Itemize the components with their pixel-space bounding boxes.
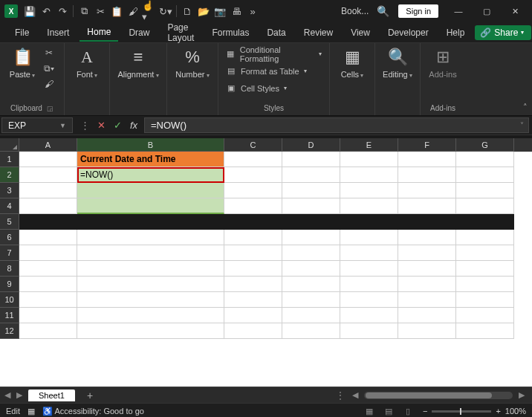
cell-g3[interactable] bbox=[456, 183, 514, 198]
tab-review[interactable]: Review bbox=[296, 25, 340, 41]
cell-styles-button[interactable]: ▣Cell Styles ▾ bbox=[226, 80, 322, 96]
row-header-4[interactable]: 4 bbox=[0, 198, 19, 214]
zoom-slider[interactable] bbox=[432, 410, 491, 413]
cell-a2[interactable] bbox=[19, 167, 77, 183]
alignment-button[interactable]: ≡ Alignment bbox=[117, 46, 159, 79]
expand-formula-bar-icon[interactable]: ˅ bbox=[520, 121, 524, 129]
cell-d2[interactable] bbox=[282, 167, 340, 183]
cell-c3[interactable] bbox=[224, 183, 282, 198]
cell-c2[interactable] bbox=[224, 167, 282, 183]
page-layout-view-button[interactable]: ▤ bbox=[381, 407, 396, 416]
camera-icon[interactable]: 📷 bbox=[213, 4, 227, 19]
repeat-icon[interactable]: ↻▾ bbox=[158, 4, 173, 19]
format-painter-small-icon[interactable]: 🖌 bbox=[42, 77, 56, 91]
sheet-tab-sheet1[interactable]: Sheet1 bbox=[28, 389, 75, 401]
collapse-ribbon-button[interactable]: ˄ bbox=[523, 103, 528, 112]
hscroll-right-button[interactable]: ▶ bbox=[516, 390, 528, 400]
col-header-g[interactable]: G bbox=[456, 138, 514, 152]
cells-button[interactable]: ▦ Cells bbox=[337, 46, 367, 79]
cell-f2[interactable] bbox=[398, 167, 456, 183]
save-icon[interactable]: 💾 bbox=[22, 4, 37, 19]
cancel-formula-button[interactable]: ✕ bbox=[94, 120, 108, 131]
cell-e3[interactable] bbox=[340, 183, 398, 198]
cell-g1[interactable] bbox=[456, 152, 514, 167]
tab-home[interactable]: Home bbox=[80, 24, 118, 42]
tab-developer[interactable]: Developer bbox=[380, 25, 436, 41]
maximize-button[interactable]: ▢ bbox=[473, 0, 501, 22]
tab-help[interactable]: Help bbox=[439, 25, 473, 41]
row-header-2[interactable]: 2 bbox=[0, 167, 19, 183]
col-header-b[interactable]: B bbox=[77, 138, 224, 152]
share-button[interactable]: 🔗 Share ▾ bbox=[475, 25, 531, 40]
row-header-8[interactable]: 8 bbox=[0, 261, 19, 277]
document-title[interactable]: Book... bbox=[341, 6, 369, 16]
cell-b2[interactable]: =NOW() bbox=[77, 167, 224, 183]
col-header-a[interactable]: A bbox=[19, 138, 77, 152]
cell-d1[interactable] bbox=[282, 152, 340, 167]
workbook-stats-icon[interactable]: ▦ bbox=[27, 407, 35, 416]
cell-b1[interactable]: Current Date and Time bbox=[77, 152, 224, 167]
close-button[interactable]: ✕ bbox=[501, 0, 529, 22]
tab-view[interactable]: View bbox=[343, 25, 377, 41]
row-header-11[interactable]: 11 bbox=[0, 308, 19, 323]
cell-g4[interactable] bbox=[456, 198, 514, 214]
cell-c4[interactable] bbox=[224, 198, 282, 214]
formula-input[interactable]: =NOW() ˅ bbox=[144, 117, 529, 133]
cell-b6[interactable] bbox=[77, 230, 224, 245]
row-header-7[interactable]: 7 bbox=[0, 245, 19, 261]
cut-icon[interactable]: ✂ bbox=[93, 4, 108, 19]
cell-a1[interactable] bbox=[19, 152, 77, 167]
tab-file[interactable]: File bbox=[7, 25, 36, 41]
format-as-table-button[interactable]: ▤Format as Table ▾ bbox=[226, 63, 322, 79]
name-box[interactable]: EXP ▼ bbox=[1, 117, 73, 133]
cell-a3[interactable] bbox=[19, 183, 77, 198]
cell-d3[interactable] bbox=[282, 183, 340, 198]
cell-e4[interactable] bbox=[340, 198, 398, 214]
new-file-icon[interactable]: 🗋 bbox=[180, 4, 195, 19]
conditional-formatting-button[interactable]: ▦Conditional Formatting ▾ bbox=[226, 46, 322, 62]
format-painter-icon[interactable]: 🖌 bbox=[126, 4, 140, 19]
row-header-6[interactable]: 6 bbox=[0, 230, 19, 245]
addins-button[interactable]: ⊞ Add-ins bbox=[428, 46, 458, 79]
cell-a4[interactable] bbox=[19, 198, 77, 214]
undo-icon[interactable]: ↶ bbox=[39, 4, 53, 19]
cell-f3[interactable] bbox=[398, 183, 456, 198]
cell-f1[interactable] bbox=[398, 152, 456, 167]
cell-b4[interactable] bbox=[77, 198, 224, 214]
cell-d4[interactable] bbox=[282, 198, 340, 214]
normal-view-button[interactable]: ▦ bbox=[362, 407, 377, 416]
row-header-5[interactable]: 5 bbox=[0, 214, 19, 230]
accept-formula-button[interactable]: ✓ bbox=[110, 120, 125, 131]
open-file-icon[interactable]: 📂 bbox=[196, 4, 211, 19]
cell-e2[interactable] bbox=[340, 167, 398, 183]
cut-small-icon[interactable]: ✂ bbox=[42, 46, 56, 59]
insert-function-button[interactable]: fx bbox=[126, 120, 141, 131]
col-header-c[interactable]: C bbox=[224, 138, 282, 152]
cell-g2[interactable] bbox=[456, 167, 514, 183]
accessibility-status[interactable]: ♿ Accessibility: Good to go bbox=[42, 407, 144, 416]
row-header-3[interactable]: 3 bbox=[0, 183, 19, 198]
page-break-view-button[interactable]: ▯ bbox=[400, 407, 415, 416]
font-button[interactable]: A Font bbox=[72, 46, 102, 79]
tab-formulas[interactable]: Formulas bbox=[204, 25, 256, 41]
tab-data[interactable]: Data bbox=[259, 25, 293, 41]
copy-small-icon[interactable]: ⧉▾ bbox=[42, 62, 56, 75]
copy-icon[interactable]: ⧉ bbox=[77, 4, 91, 19]
minimize-button[interactable]: ― bbox=[444, 0, 473, 22]
col-header-d[interactable]: D bbox=[282, 138, 340, 152]
quick-print-icon[interactable]: 🖶 bbox=[229, 4, 244, 19]
search-icon[interactable]: 🔍 bbox=[373, 5, 392, 17]
touch-mode-icon[interactable]: ☝▾ bbox=[142, 4, 157, 19]
col-header-f[interactable]: F bbox=[398, 138, 456, 152]
paste-button[interactable]: 📋 Paste bbox=[7, 46, 37, 79]
cell-a6[interactable] bbox=[19, 230, 77, 245]
overflow-icon[interactable]: » bbox=[245, 4, 260, 19]
select-all-corner[interactable] bbox=[0, 138, 19, 152]
row-header-10[interactable]: 10 bbox=[0, 292, 19, 308]
row-header-9[interactable]: 9 bbox=[0, 277, 19, 292]
editing-button[interactable]: 🔍 Editing bbox=[383, 46, 412, 79]
hscroll-track[interactable] bbox=[364, 392, 513, 399]
add-sheet-button[interactable]: + bbox=[81, 389, 99, 401]
row-header-1[interactable]: 1 bbox=[0, 152, 19, 167]
zoom-level[interactable]: 100% bbox=[505, 407, 526, 416]
